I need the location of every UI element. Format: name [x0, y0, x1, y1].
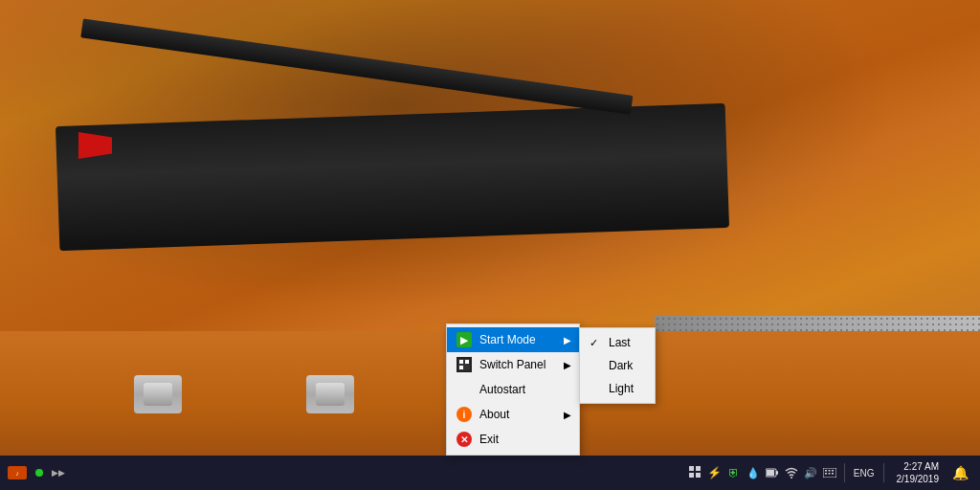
svg-rect-14 [828, 470, 830, 472]
svg-rect-6 [689, 473, 694, 478]
menu-item-autostart-label: Autostart [479, 383, 571, 396]
menu-item-start-mode-label: Start Mode [479, 333, 556, 346]
menu-item-exit[interactable]: ✕ Exit [447, 427, 579, 452]
svg-rect-1 [459, 360, 463, 364]
check-dark [590, 360, 605, 371]
context-menu: ▶ Start Mode ▶ ✓ Last Dark Light [446, 323, 580, 456]
svg-rect-10 [767, 470, 774, 476]
menu-item-exit-label: Exit [479, 433, 571, 446]
taskbar-date: 2/19/2019 [897, 473, 940, 485]
menu-item-about-label: About [479, 408, 556, 421]
taskbar-time: 2:27 AM [897, 460, 940, 473]
tray-bluetooth-icon[interactable]: ⚡ [707, 465, 723, 480]
submenu-start-mode: ✓ Last Dark Light [579, 327, 656, 404]
svg-rect-7 [696, 473, 701, 478]
submenu-item-light[interactable]: Light [580, 377, 655, 400]
tray-battery-icon[interactable] [765, 465, 780, 480]
check-last: ✓ [590, 337, 605, 349]
svg-rect-17 [828, 473, 830, 475]
submenu-arrow-switch-panel: ▶ [564, 360, 571, 370]
svg-rect-4 [689, 466, 694, 471]
svg-rect-16 [825, 473, 827, 475]
exit-red-icon: ✕ [455, 432, 474, 447]
info-orange-icon: i [455, 407, 474, 422]
autostart-icon-space [455, 382, 474, 397]
taskbar-tray: ⚡ ⛨ 💧 🔊 [688, 456, 972, 490]
turntable-body [56, 103, 729, 251]
check-light [590, 383, 605, 394]
tray-wifi-icon[interactable] [784, 465, 799, 480]
tray-app-2[interactable]: ▶▶ [50, 464, 67, 481]
menu-item-autostart[interactable]: Autostart [447, 377, 579, 402]
menu-item-start-mode[interactable]: ▶ Start Mode ▶ ✓ Last Dark Light [447, 327, 579, 352]
taskbar-notification-icon[interactable]: 🔔 [948, 465, 972, 480]
case-latch-1 [134, 375, 182, 413]
svg-rect-9 [776, 471, 778, 475]
tray-status-indicator [31, 464, 48, 481]
submenu-item-light-label: Light [609, 382, 634, 395]
svg-rect-18 [832, 473, 834, 475]
svg-rect-2 [465, 360, 469, 364]
taskbar-time-date[interactable]: 2:27 AM 2/19/2019 [891, 460, 946, 485]
menu-item-switch-panel-label: Switch Panel [479, 358, 556, 371]
submenu-item-dark-label: Dark [609, 359, 633, 372]
submenu-item-last-label: Last [609, 336, 631, 349]
tray-keyboard-icon[interactable] [822, 465, 837, 480]
tray-grid-icon[interactable] [688, 465, 703, 480]
svg-rect-13 [825, 470, 827, 472]
svg-rect-15 [832, 470, 834, 472]
case-latch-2 [306, 375, 354, 413]
tray-divider [844, 463, 845, 482]
submenu-item-dark[interactable]: Dark [580, 354, 655, 377]
submenu-arrow-about: ▶ [564, 410, 571, 420]
tray-language-label[interactable]: ENG [852, 465, 877, 480]
taskbar-left: ♪ ▶▶ [0, 464, 688, 481]
menu-item-switch-panel[interactable]: Switch Panel ▶ [447, 352, 579, 377]
submenu-arrow-start-mode: ▶ [564, 335, 571, 345]
green-dot-indicator [35, 469, 43, 477]
tray-droplet-icon[interactable]: 💧 [746, 465, 761, 480]
tray-shield-icon[interactable]: ⛨ [726, 465, 742, 480]
tray-divider-2 [883, 463, 884, 482]
panel-icon [455, 357, 474, 372]
arrow-green-icon: ▶ [455, 332, 474, 347]
svg-rect-5 [696, 466, 701, 471]
svg-rect-3 [459, 366, 463, 369]
tray-app-1[interactable]: ♪ [8, 466, 27, 479]
svg-point-11 [791, 477, 792, 479]
menu-item-about[interactable]: i About ▶ [447, 402, 579, 427]
tray-volume-icon[interactable]: 🔊 [803, 465, 818, 480]
taskbar: ♪ ▶▶ ⚡ ⛨ 💧 [0, 456, 980, 490]
submenu-item-last[interactable]: ✓ Last [580, 331, 655, 354]
